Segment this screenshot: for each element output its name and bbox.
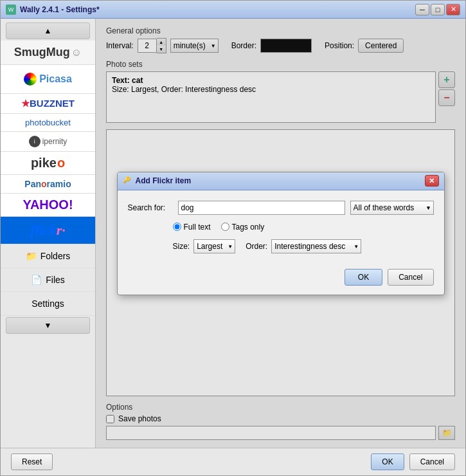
- sidebar-item-yahoo[interactable]: YAHOO!: [1, 194, 95, 217]
- sidebar-item-buzznet[interactable]: ★BUZZNET: [1, 94, 95, 114]
- main-panel: General options Interval: ▲ ▼: [96, 19, 465, 448]
- sidebar-item-picasa[interactable]: Picasa: [1, 65, 95, 94]
- size-select[interactable]: Largest Medium Small: [193, 239, 235, 253]
- content-area: ▲ SmugMug ☺ Picasa ★BUZZNET: [1, 19, 465, 448]
- fulltext-label: Full text: [184, 223, 211, 232]
- modal-close-button[interactable]: ✕: [425, 175, 439, 187]
- settings-label: Settings: [31, 298, 64, 309]
- add-flickr-dialog: 🔑 Add Flickr item ✕ Search for:: [117, 172, 445, 295]
- modal-icon: 🔑: [123, 176, 132, 185]
- modal-body: Search for: All of these words Any of th…: [118, 190, 444, 264]
- modal-footer: OK Cancel: [118, 264, 444, 295]
- radio-group: Full text Tags only: [173, 223, 434, 232]
- picasa-logo: Picasa: [24, 69, 72, 89]
- title-bar-controls: ─ □ ✕: [415, 4, 460, 15]
- sidebar-item-photobucket[interactable]: photobucket: [1, 114, 95, 132]
- modal-ok-button[interactable]: OK: [345, 269, 382, 286]
- modal-close-icon: ✕: [429, 177, 435, 185]
- smugmug-logo: SmugMug ☺: [14, 46, 82, 59]
- files-label: Files: [46, 275, 65, 285]
- sidebar-item-folders[interactable]: 📁 Folders: [1, 244, 95, 268]
- size-label: Size:: [173, 242, 190, 251]
- close-button[interactable]: ✕: [446, 4, 460, 15]
- files-icon: 📄: [31, 275, 42, 285]
- sidebar-item-settings[interactable]: Settings: [1, 292, 95, 316]
- search-row: Search for: All of these words Any of th…: [128, 201, 434, 215]
- size-group: Size: Largest Medium Small: [173, 239, 236, 253]
- photobucket-logo: photobucket: [25, 118, 71, 127]
- sidebar-item-ipernity[interactable]: i ipernity: [1, 132, 95, 152]
- search-label: Search for:: [128, 203, 173, 212]
- sidebar-item-smugmug[interactable]: SmugMug ☺: [1, 41, 95, 65]
- search-type-select[interactable]: All of these words Any of these words th…: [350, 201, 434, 215]
- up-arrow-icon: ▲: [44, 26, 52, 35]
- down-arrow-icon: ▼: [44, 321, 52, 330]
- tags-radio[interactable]: [221, 223, 229, 231]
- fulltext-radio-label[interactable]: Full text: [173, 223, 211, 232]
- sidebar-item-flickr[interactable]: flickr·: [1, 217, 95, 244]
- folder-icon: 📁: [26, 251, 37, 261]
- modal-title-bar: 🔑 Add Flickr item ✕: [118, 172, 444, 190]
- folders-label: Folders: [40, 251, 71, 261]
- minimize-button[interactable]: ─: [415, 4, 429, 15]
- panoramio-logo: Panoramio: [24, 179, 71, 189]
- buzznet-logo: ★BUZZNET: [21, 98, 75, 109]
- ipernity-logo: i ipernity: [29, 136, 67, 147]
- pikeo-logo: pike o: [31, 156, 65, 170]
- search-input[interactable]: [178, 201, 345, 215]
- sidebar-item-files[interactable]: 📄 Files: [1, 268, 95, 292]
- bottom-bar: Reset OK Cancel: [1, 448, 465, 475]
- sidebar-scroll-down[interactable]: ▼: [6, 317, 90, 334]
- order-select-wrapper: Interestingness desc Interestingness asc…: [271, 239, 361, 253]
- modal-overlay: 🔑 Add Flickr item ✕ Search for:: [96, 19, 465, 448]
- ok-button[interactable]: OK: [371, 453, 404, 470]
- sidebar-item-pikeo[interactable]: pike o: [1, 152, 95, 175]
- window-title: Wally 2.4.1 - Settings*: [20, 5, 415, 14]
- title-bar: W Wally 2.4.1 - Settings* ─ □ ✕: [1, 1, 465, 19]
- sidebar: ▲ SmugMug ☺ Picasa ★BUZZNET: [1, 19, 96, 448]
- tags-label: Tags only: [232, 223, 265, 232]
- main-window: W Wally 2.4.1 - Settings* ─ □ ✕ ▲ SmugMu…: [0, 0, 466, 476]
- flickr-logo: flickr·: [30, 222, 65, 239]
- sidebar-scroll-up[interactable]: ▲: [6, 23, 90, 39]
- yahoo-logo: YAHOO!: [22, 197, 73, 212]
- maximize-button[interactable]: □: [431, 4, 445, 15]
- app-icon: W: [6, 5, 16, 15]
- sidebar-item-panoramio[interactable]: Panoramio: [1, 175, 95, 194]
- reset-button[interactable]: Reset: [11, 453, 53, 470]
- cancel-button[interactable]: Cancel: [409, 453, 455, 470]
- search-type-wrapper: All of these words Any of these words th…: [350, 201, 434, 215]
- size-order-row: Size: Largest Medium Small: [173, 239, 434, 253]
- order-select[interactable]: Interestingness desc Interestingness asc…: [271, 239, 361, 253]
- bottom-right-buttons: OK Cancel: [371, 453, 455, 470]
- modal-title: Add Flickr item: [136, 176, 425, 185]
- modal-cancel-button[interactable]: Cancel: [388, 269, 433, 286]
- order-group: Order: Interestingness desc Interestingn…: [246, 239, 361, 253]
- fulltext-radio[interactable]: [173, 223, 181, 231]
- size-select-wrapper: Largest Medium Small: [193, 239, 235, 253]
- tags-radio-label[interactable]: Tags only: [221, 223, 265, 232]
- order-label: Order:: [246, 242, 267, 251]
